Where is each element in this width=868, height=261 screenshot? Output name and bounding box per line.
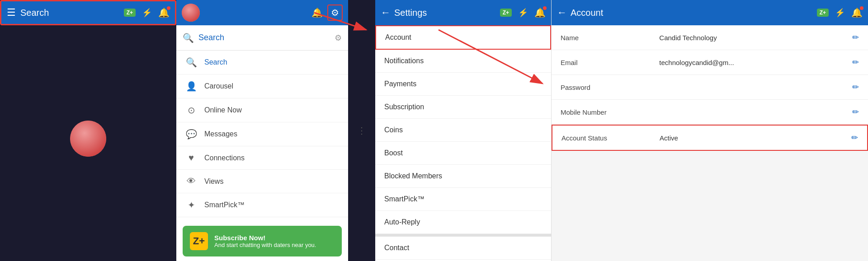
settings-label-notifications: Notifications (384, 57, 424, 65)
bell-icon-p2[interactable]: 🔔 (311, 7, 323, 18)
account-value-email: technologycandid@gm... (659, 59, 848, 66)
nav-item-connections[interactable]: ♥ Connections (176, 146, 348, 170)
account-label-mobile: Mobile Number (561, 108, 655, 116)
panel3-title: Settings (394, 8, 500, 18)
settings-item-subscription[interactable]: Subscription (375, 96, 551, 119)
nav-label-connections: Connections (204, 154, 245, 162)
settings-item-blocked[interactable]: Blocked Members (375, 165, 551, 188)
nav-label-online: Online Now (204, 106, 242, 114)
settings-back-button[interactable]: ← (381, 7, 391, 19)
panel-sidebar: ☰ Search Z+ ⚡ 🔔 (0, 0, 176, 261)
account-value-name: Candid Technology (659, 34, 848, 42)
lightning-icon-p4[interactable]: ⚡ (835, 8, 845, 18)
nav-item-views[interactable]: 👁 Views (176, 170, 348, 193)
settings-item-contact[interactable]: Contact (375, 237, 551, 260)
nav-item-carousel[interactable]: 👤 Carousel (176, 75, 348, 98)
settings-item-payments[interactable]: Payments (375, 73, 551, 96)
settings-label-smartpick: SmartPick™ (384, 195, 425, 203)
account-item-mobile[interactable]: Mobile Number ✏ (552, 100, 868, 125)
panel4-header: ← Account Z+ ⚡ 🔔 (552, 0, 868, 25)
smartpick-icon: ✦ (185, 200, 197, 210)
account-label-name: Name (561, 34, 655, 42)
settings-list: Account Notifications Payments Subscript… (375, 25, 551, 260)
bell-container-p4[interactable]: 🔔 (851, 7, 863, 18)
messages-icon: 💬 (185, 129, 197, 140)
account-value-status: Active (660, 134, 847, 142)
account-items-list: Name Candid Technology ✏ Email technolog… (552, 25, 868, 151)
account-back-button[interactable]: ← (557, 7, 567, 19)
panel2-avatar[interactable] (182, 4, 200, 22)
zplus-badge-p3[interactable]: Z+ (500, 9, 512, 17)
settings-item-coins[interactable]: Coins (375, 119, 551, 142)
search-label[interactable]: Search (198, 33, 224, 42)
settings-label-autoreply: Auto-Reply (384, 218, 420, 226)
panel1-icons: Z+ ⚡ 🔔 (124, 7, 170, 18)
bell-dot-p3 (543, 6, 547, 10)
zplus-badge-p4[interactable]: Z+ (817, 9, 829, 17)
settings-item-autoreply[interactable]: Auto-Reply (375, 211, 551, 234)
edit-icon-email[interactable]: ✏ (852, 57, 859, 67)
settings-label-account: Account (385, 33, 411, 42)
account-item-email[interactable]: Email technologycandid@gm... ✏ (552, 50, 868, 75)
subscribe-text-block: Subscribe Now! And start chatting with d… (214, 234, 316, 248)
panel3-header: ← Settings Z+ ⚡ 🔔 (375, 0, 551, 25)
nav-item-smartpick[interactable]: ✦ SmartPick™ (176, 193, 348, 217)
lightning-icon-p3[interactable]: ⚡ (518, 8, 528, 18)
settings-label-blocked: Blocked Members (384, 172, 442, 180)
lightning-icon-p1[interactable]: ⚡ (142, 8, 152, 18)
panel2-header: 🔔 ⚙ (176, 0, 348, 25)
gear-button[interactable]: ⚙ (327, 5, 343, 21)
settings-item-account[interactable]: Account (375, 25, 551, 50)
nav-label-smartpick: SmartPick™ (204, 201, 245, 209)
settings-label-coins: Coins (384, 126, 403, 134)
panel-account: ← Account Z+ ⚡ 🔔 Name Candid Technology … (552, 0, 868, 261)
avatar[interactable] (70, 121, 106, 157)
account-label-email: Email (561, 59, 655, 66)
settings-item-smartpick[interactable]: SmartPick™ (375, 188, 551, 211)
connections-icon: ♥ (185, 153, 197, 163)
subscribe-subtitle: And start chatting with daters near you. (214, 242, 316, 248)
search-bar-container: 🔍 Search ⚙ (176, 25, 348, 51)
subscribe-title: Subscribe Now! (214, 234, 316, 242)
edit-icon-password[interactable]: ✏ (852, 82, 859, 92)
settings-label-subscription: Subscription (384, 103, 424, 111)
bell-container-p1[interactable]: 🔔 (158, 7, 170, 18)
panel3-icons: Z+ ⚡ 🔔 (500, 7, 546, 18)
hamburger-icon[interactable]: ☰ (7, 7, 16, 19)
panel-search: 🔔 ⚙ 🔍 Search ⚙ 🔍 Search 👤 Carousel ⊙ Onl… (176, 0, 348, 261)
account-label-status: Account Status (561, 134, 655, 142)
account-item-status[interactable]: Account Status Active ✏ (552, 125, 868, 151)
nav-list: 🔍 Search 👤 Carousel ⊙ Online Now 💬 Messa… (176, 51, 348, 221)
nav-item-search[interactable]: 🔍 Search (176, 51, 348, 75)
panel4-icons: Z+ ⚡ 🔔 (817, 7, 863, 18)
panel1-header: ☰ Search Z+ ⚡ 🔔 (0, 0, 176, 25)
panel1-title: Search (20, 8, 124, 18)
nav-label-views: Views (204, 177, 223, 186)
zplus-badge-p1[interactable]: Z+ (124, 9, 136, 17)
subscribe-banner[interactable]: Z+ Subscribe Now! And start chatting wit… (183, 226, 342, 256)
edit-icon-status[interactable]: ✏ (851, 133, 858, 143)
online-icon: ⊙ (185, 105, 197, 116)
settings-label-contact: Contact (384, 244, 409, 252)
account-item-password[interactable]: Password ✏ (552, 75, 868, 100)
nav-label-search: Search (204, 58, 227, 66)
nav-label-messages: Messages (204, 130, 237, 138)
nav-item-messages[interactable]: 💬 Messages (176, 122, 348, 146)
edit-icon-name[interactable]: ✏ (852, 33, 859, 42)
carousel-icon: 👤 (185, 81, 197, 92)
account-item-name[interactable]: Name Candid Technology ✏ (552, 25, 868, 50)
panel4-title: Account (571, 8, 817, 18)
edit-icon-mobile[interactable]: ✏ (852, 107, 859, 117)
settings-label-payments: Payments (384, 80, 416, 88)
bell-dot-p1 (167, 6, 170, 10)
subscribe-z-icon: Z+ (190, 232, 208, 250)
bell-dot-p4 (860, 6, 863, 10)
bell-container-p3[interactable]: 🔔 (534, 7, 546, 18)
settings-item-boost[interactable]: Boost (375, 142, 551, 165)
panel-settings: ← Settings Z+ ⚡ 🔔 Account Notifications … (375, 0, 552, 261)
phone-divider: ⋮ (348, 0, 375, 261)
search-nav-icon: 🔍 (185, 57, 197, 68)
settings-item-notifications[interactable]: Notifications (375, 50, 551, 73)
filter-icon[interactable]: ⚙ (335, 33, 342, 43)
nav-item-online[interactable]: ⊙ Online Now (176, 98, 348, 122)
